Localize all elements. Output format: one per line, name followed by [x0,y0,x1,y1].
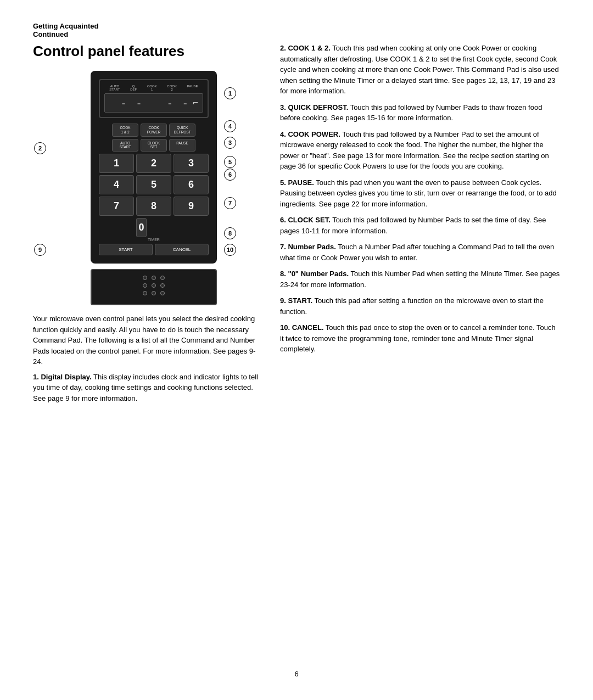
control-row-2: AUTOSTART CLOCKSET PAUSE [99,139,209,152]
header-section: Getting Acquainted Continued [33,22,560,38]
microwave-panel: AUTOSTART QDEF COOK1 COOK2 PAUSE - - - -… [66,71,242,305]
right-column: 2. COOK 1 & 2. Touch this pad when cooki… [280,43,560,659]
item-bold: PAUSE. [288,178,314,187]
item-text: Touch this pad when you want the oven to… [280,178,557,208]
number-grid: 1 2 3 4 5 6 7 8 9 [99,154,209,216]
item-bold: Number Pads. [288,243,335,251]
callout-9: 9 [34,244,46,256]
cook-power-button[interactable]: COOKPOWER [141,124,167,137]
auto-start-button[interactable]: AUTOSTART [112,139,138,152]
label-cook2: COOK2 [167,85,177,91]
label-q-def: QDEF [130,85,137,91]
list-item: 7. Number Pads. Touch a Number Pad after… [280,242,560,263]
num-5-button[interactable]: 5 [136,175,171,194]
dot-4 [143,283,147,288]
callout-3: 3 [224,137,236,149]
item-text: Touch this pad after setting a function … [280,296,544,316]
timer-label: TIMER [136,238,172,242]
num-9-button[interactable]: 9 [174,197,209,216]
dot-2 [152,276,156,280]
callout-7: 7 [224,197,236,209]
list-item: 10. CANCEL. Touch this pad once to stop … [280,322,560,355]
page-number: 6 [33,670,560,678]
callout-10: 10 [224,244,236,256]
item-bold: CLOCK SET. [288,216,330,224]
description-text: Your microwave oven control panel lets y… [33,313,264,404]
header-continued: Continued [33,30,560,38]
callout-6: 6 [224,169,236,181]
num-6-button[interactable]: 6 [174,175,209,194]
control-row-1: COOK1 & 2 COOKPOWER QUICKDEFROST [99,124,209,137]
start-button[interactable]: START [99,244,153,255]
item-bold: COOK POWER. [288,130,340,138]
item-number: 2. [280,44,288,52]
item-bold: CANCEL. [292,323,324,332]
list-item: 2. COOK 1 & 2. Touch this pad when cooki… [280,43,560,97]
item-number: 8. [280,270,288,278]
display-top-labels: AUTOSTART QDEF COOK1 COOK2 PAUSE [104,85,203,91]
callout-2: 2 [34,142,46,154]
item-bold: COOK 1 & 2. [288,44,330,52]
list-item: 6. CLOCK SET. Touch this pad followed by… [280,215,560,236]
item-1-num: 1. [33,373,41,381]
list-item: 3. QUICK DEFROST. Touch this pad followe… [280,102,560,124]
dot-5 [152,283,156,288]
callout-4: 4 [224,120,236,132]
item-list: 2. COOK 1 & 2. Touch this pad when cooki… [280,43,560,355]
item-1-bold: Digital Display. [41,373,91,381]
num-1-button[interactable]: 1 [99,154,134,173]
callout-8: 8 [224,227,236,239]
callout-5: 5 [224,156,236,168]
num-8-button[interactable]: 8 [136,197,171,216]
display-section: AUTOSTART QDEF COOK1 COOK2 PAUSE - - - -… [99,79,209,118]
page-title: Control panel features [33,43,264,60]
clock-set-button[interactable]: CLOCKSET [141,139,167,152]
callout-1: 1 [224,87,236,99]
cancel-button[interactable]: CANCEL [155,244,209,255]
intro-paragraph: Your microwave oven control panel lets y… [33,313,264,367]
num-2-button[interactable]: 2 [136,154,171,173]
main-content: Control panel features AUTOSTART QDEF CO… [33,43,560,659]
item-1-paragraph: 1. Digital Display. This display include… [33,372,264,404]
num-4-button[interactable]: 4 [99,175,134,194]
item-number: 10. [280,323,292,332]
dot-8 [152,291,156,295]
list-item: 8. "0" Number Pads. Touch this Number Pa… [280,268,560,290]
dots-section [91,269,217,305]
pause-button[interactable]: PAUSE [169,139,195,152]
header-getting: Getting Acquainted [33,22,560,30]
quick-defrost-button[interactable]: QUICKDEFROST [169,124,195,137]
label-cook1: COOK1 [147,85,157,91]
panel-body: AUTOSTART QDEF COOK1 COOK2 PAUSE - - - -… [91,71,217,264]
display-icon: ⌐ [193,98,198,108]
list-item: 5. PAUSE. Touch this pad when you want t… [280,177,560,210]
item-number: 9. [280,296,288,305]
dot-9 [160,291,165,295]
dot-1 [143,276,147,280]
cook-1-2-button[interactable]: COOK1 & 2 [112,124,138,137]
item-number: 4. [280,130,288,138]
item-number: 7. [280,243,288,251]
item-number: 5. [280,178,288,187]
dots-row-1 [97,276,210,280]
dot-3 [160,276,165,280]
dots-row-2 [97,283,210,288]
panel-diagram: AUTOSTART QDEF COOK1 COOK2 PAUSE - - - -… [33,71,242,307]
num-0-button[interactable]: 0 [136,218,147,237]
left-column: Control panel features AUTOSTART QDEF CO… [33,43,264,659]
label-pause: PAUSE [187,85,198,91]
list-item: 4. COOK POWER. Touch this pad followed b… [280,129,560,172]
list-item: 9. START. Touch this pad after setting a… [280,295,560,317]
item-bold: QUICK DEFROST. [288,103,348,111]
start-cancel-row: START CANCEL [99,244,209,255]
dot-6 [160,283,165,288]
num-7-button[interactable]: 7 [99,197,134,216]
dots-row-3 [97,291,210,295]
num-3-button[interactable]: 3 [174,154,209,173]
dot-7 [143,291,147,295]
zero-container: 0 TIMER [136,218,172,242]
item-bold: START. [288,296,312,305]
display-digits: - - - - [120,97,189,110]
label-auto-start: AUTOSTART [109,85,120,91]
item-number: 6. [280,216,288,224]
